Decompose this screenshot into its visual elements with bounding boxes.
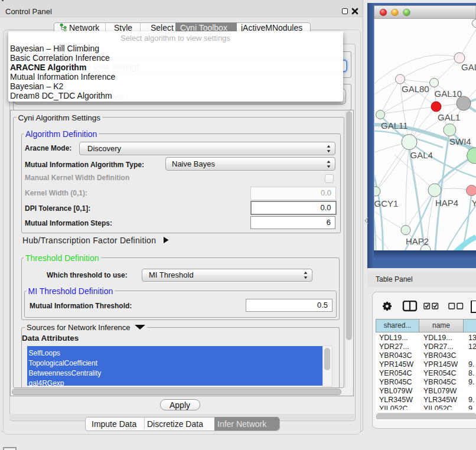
svg-text:GAL10: GAL10 [435,89,462,99]
svg-text:GAL11: GAL11 [381,120,408,131]
svg-text:HAP2: HAP2 [406,236,429,246]
svg-text:Y: Y [472,198,476,208]
svg-text:GAL80: GAL80 [402,84,429,94]
svg-text:HAP4: HAP4 [435,198,458,208]
svg-text:GAL1: GAL1 [438,112,460,122]
svg-text:SWI4: SWI4 [449,136,471,146]
svg-text:GAL4: GAL4 [410,150,433,160]
svg-text:GAL7: GAL7 [461,62,476,72]
svg-text:GCY1: GCY1 [374,198,399,208]
